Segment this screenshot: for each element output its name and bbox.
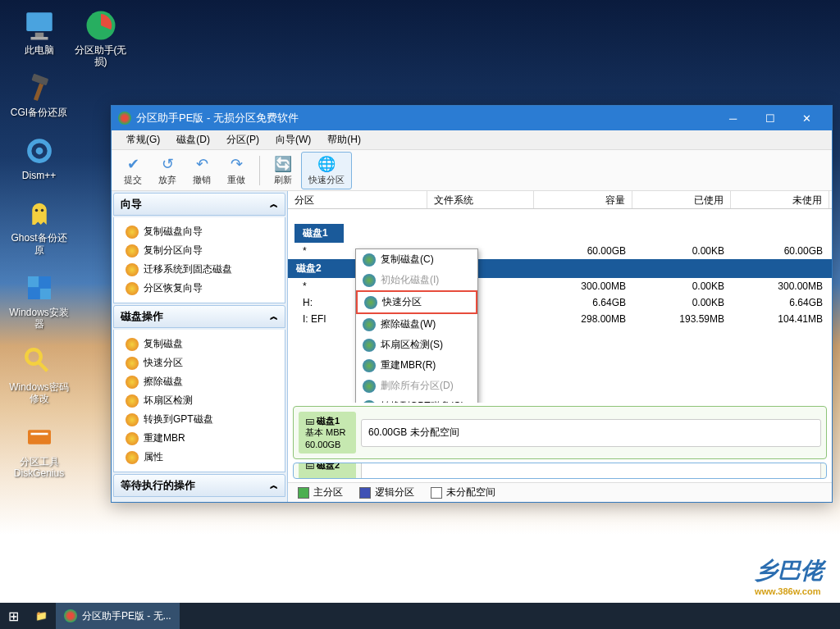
svg-rect-16 bbox=[30, 432, 48, 435]
desktop-icon-ghost[interactable]: Ghost备份还原 bbox=[8, 196, 70, 256]
legend-swatch bbox=[359, 487, 371, 499]
disk-map-bar[interactable] bbox=[361, 463, 821, 479]
menubar: 常规(G)磁盘(D)分区(P)向导(W)帮助(H) bbox=[112, 130, 832, 150]
titlebar[interactable]: 分区助手PE版 - 无损分区免费软件 ─ ☐ ✕ bbox=[112, 106, 832, 130]
menu-item[interactable]: 磁盘(D) bbox=[168, 131, 218, 148]
sidebar-panel-header[interactable]: 磁盘操作︽ bbox=[113, 305, 285, 328]
action-icon bbox=[126, 451, 139, 464]
table-column-header[interactable]: 容量 bbox=[534, 191, 632, 208]
menu-item[interactable]: 常规(G) bbox=[118, 131, 168, 148]
action-icon bbox=[126, 357, 139, 370]
table-column-header[interactable]: 分区 bbox=[288, 191, 427, 208]
sidebar-item[interactable]: 快速分区 bbox=[114, 353, 285, 372]
table-column-header[interactable]: 文件系统 bbox=[427, 191, 534, 208]
sidebar-item[interactable]: 复制磁盘向导 bbox=[114, 222, 285, 241]
svg-rect-12 bbox=[39, 289, 50, 299]
hammer-icon bbox=[22, 71, 57, 105]
taskbar-app-active[interactable]: 分区助手PE版 - 无... bbox=[56, 603, 180, 629]
menu-item[interactable]: 向导(W) bbox=[267, 131, 319, 148]
key-icon bbox=[22, 345, 57, 380]
table-column-header[interactable]: 已使用 bbox=[632, 191, 731, 208]
action-icon bbox=[126, 244, 139, 258]
sidebar-item[interactable]: 分区恢复向导 bbox=[114, 279, 285, 298]
context-menu-item[interactable]: 快速分区 bbox=[356, 290, 477, 314]
toolbar-discard-button[interactable]: ↺放弃 bbox=[151, 152, 184, 189]
action-icon bbox=[363, 359, 376, 372]
context-menu-item[interactable]: 坏扇区检测(S) bbox=[356, 335, 477, 355]
close-button[interactable]: ✕ bbox=[788, 106, 825, 130]
table-body: 磁盘1*60.00GB0.00KB60.00GB磁盘2*300.00MB0.00… bbox=[288, 209, 832, 403]
table-header: 分区文件系统容量已使用未使用 bbox=[288, 191, 832, 209]
maximize-button[interactable]: ☐ bbox=[751, 106, 788, 130]
svg-point-7 bbox=[35, 147, 43, 154]
action-icon bbox=[126, 394, 139, 408]
ghost-icon bbox=[22, 196, 57, 230]
main-area: 分区文件系统容量已使用未使用 磁盘1*60.00GB0.00KB60.00GB磁… bbox=[288, 191, 832, 502]
disk-map-bar[interactable]: 60.00GB 未分配空间 bbox=[361, 419, 821, 447]
legend: 主分区逻辑分区未分配空间 bbox=[288, 482, 832, 502]
action-icon bbox=[126, 413, 139, 426]
context-menu-item: 删除所有分区(D) bbox=[356, 376, 477, 396]
legend-swatch bbox=[431, 487, 442, 499]
disk-map[interactable]: 🖴 磁盘1基本 MBR60.00GB60.00GB 未分配空间 bbox=[293, 406, 827, 459]
taskbar-explorer[interactable]: 📁 bbox=[27, 603, 56, 629]
desktop-icon-key[interactable]: Windows密码修改 bbox=[8, 345, 70, 405]
win-install-icon bbox=[22, 271, 57, 305]
sidebar-item[interactable]: 复制磁盘 bbox=[114, 335, 285, 353]
chevron-up-icon: ︽ bbox=[270, 198, 278, 210]
svg-rect-14 bbox=[36, 360, 48, 371]
legend-item: 未分配空间 bbox=[431, 485, 495, 499]
sidebar-item[interactable]: 重建MBR bbox=[114, 429, 285, 448]
desktop-icon-computer[interactable]: 此电脑 bbox=[8, 8, 70, 56]
context-menu-item[interactable]: 重建MBR(R) bbox=[356, 355, 477, 376]
sidebar-panel-header[interactable]: 向导︽ bbox=[113, 193, 285, 216]
context-menu-item[interactable]: 转换到GPT磁盘(O) bbox=[356, 396, 477, 403]
svg-point-8 bbox=[34, 209, 38, 212]
sidebar-item[interactable]: 属性 bbox=[114, 448, 285, 467]
start-button[interactable]: ⊞ bbox=[0, 603, 27, 629]
minimize-button[interactable]: ─ bbox=[714, 106, 751, 130]
desktop-icon-partition[interactable]: 分区助手(无损) bbox=[70, 8, 131, 68]
action-icon bbox=[126, 226, 139, 239]
action-icon bbox=[363, 253, 376, 267]
sidebar-item[interactable]: 迁移系统到固态磁盘 bbox=[114, 260, 285, 279]
disk-map[interactable]: 🖴 磁盘2 bbox=[293, 463, 827, 479]
context-menu-item[interactable]: 擦除磁盘(W) bbox=[356, 314, 477, 335]
action-icon bbox=[363, 274, 376, 287]
toolbar-redo-button[interactable]: ↷重做 bbox=[220, 152, 253, 189]
redo-icon: ↷ bbox=[227, 155, 245, 173]
context-menu-item[interactable]: 复制磁盘(C) bbox=[356, 249, 477, 270]
sidebar-item[interactable]: 擦除磁盘 bbox=[114, 372, 285, 391]
sidebar-item[interactable]: 复制分区向导 bbox=[114, 241, 285, 260]
taskbar: ⊞ 📁 分区助手PE版 - 无... bbox=[0, 603, 840, 629]
svg-rect-15 bbox=[28, 430, 51, 444]
svg-rect-4 bbox=[33, 84, 43, 102]
context-menu-item: 初始化磁盘(I) bbox=[356, 270, 477, 290]
partition-icon bbox=[84, 8, 118, 43]
commit-icon: ✔ bbox=[124, 155, 142, 173]
legend-item: 逻辑分区 bbox=[359, 485, 414, 499]
toolbar-quickpart-button[interactable]: 🌐快速分区 bbox=[301, 152, 352, 189]
sidebar-item[interactable]: 转换到GPT磁盘 bbox=[114, 410, 285, 429]
toolbar-undo-button[interactable]: ↶撤销 bbox=[185, 152, 218, 189]
refresh-icon: 🔄 bbox=[274, 155, 292, 173]
toolbar-commit-button[interactable]: ✔提交 bbox=[116, 152, 149, 189]
desktop-icon-hammer[interactable]: CGI备份还原 bbox=[8, 71, 70, 118]
desktop-icon-diskgenius[interactable]: 分区工具DiskGenius bbox=[8, 420, 70, 480]
action-icon bbox=[363, 380, 376, 393]
desktop-icon-gear[interactable]: Dism++ bbox=[8, 134, 70, 181]
sidebar-panel-header[interactable]: 等待执行的操作︽ bbox=[113, 474, 285, 497]
disk-header[interactable]: 磁盘1 bbox=[294, 224, 344, 243]
app-icon bbox=[118, 112, 131, 125]
sidebar-item[interactable]: 坏扇区检测 bbox=[114, 391, 285, 410]
table-column-header[interactable]: 未使用 bbox=[731, 191, 829, 208]
gear-icon bbox=[22, 134, 57, 168]
menu-item[interactable]: 分区(P) bbox=[218, 131, 267, 148]
action-icon bbox=[126, 432, 139, 445]
toolbar-refresh-button[interactable]: 🔄刷新 bbox=[267, 152, 299, 189]
computer-icon bbox=[22, 8, 57, 43]
menu-item[interactable]: 帮助(H) bbox=[319, 131, 369, 148]
action-icon bbox=[363, 400, 376, 403]
window-title: 分区助手PE版 - 无损分区免费软件 bbox=[136, 111, 714, 125]
desktop-icon-win-install[interactable]: Windows安装器 bbox=[8, 271, 70, 330]
